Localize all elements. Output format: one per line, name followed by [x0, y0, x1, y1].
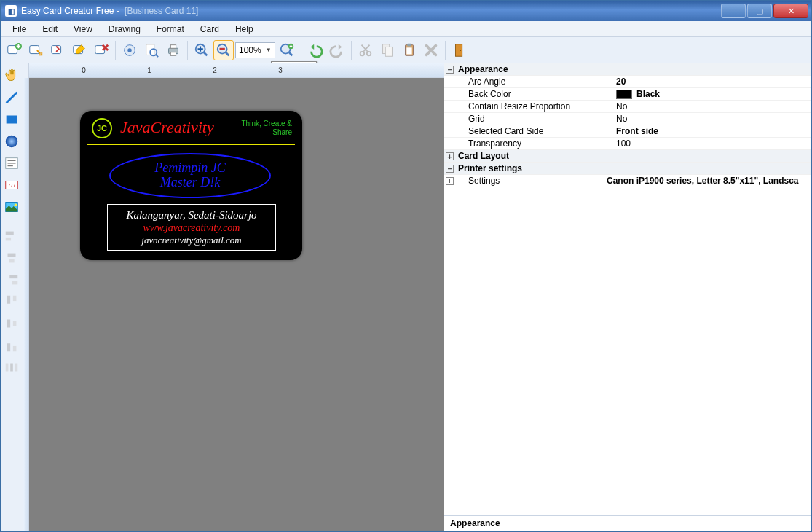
canvas-wrap: 0 1 2 3 JC JavaCreativity Think, Create …: [23, 63, 444, 531]
svg-rect-23: [406, 47, 411, 54]
prop-settings[interactable]: + Settings Canon iP1900 series, Letter 8…: [444, 175, 811, 187]
canvas-viewport[interactable]: JC JavaCreativity Think, Create & Share …: [29, 78, 444, 531]
prop-grid[interactable]: Grid No: [444, 113, 811, 125]
prop-contain-resize[interactable]: Contain Resize Proportion No: [444, 101, 811, 113]
menubar: File Edit View Drawing Format Card Help: [1, 21, 811, 37]
svg-point-25: [460, 50, 461, 51]
dropdown-caret-icon: ▼: [266, 47, 272, 53]
copy-button[interactable]: [377, 40, 398, 60]
titlebar[interactable]: ◧ Easy Card Creator Free - [Business Car…: [1, 1, 811, 21]
menu-format[interactable]: Format: [149, 22, 192, 36]
remove-button[interactable]: [421, 40, 441, 60]
gear-icon: [122, 42, 138, 58]
prop-transparency[interactable]: Transparency 100: [444, 138, 811, 150]
settings-button[interactable]: [119, 40, 140, 60]
zoom-fit-icon: [279, 42, 295, 58]
barcode-icon: 777: [4, 177, 20, 193]
edit-icon: [71, 42, 87, 58]
app-icon: ◧: [5, 5, 17, 17]
delete-icon: [93, 42, 109, 58]
align-bottom-tool: [1, 336, 23, 355]
text-tool[interactable]: [1, 154, 23, 173]
window-controls: — ▢ ✕: [721, 4, 811, 18]
zoom-out-button[interactable]: [213, 40, 234, 60]
printer-icon: [165, 42, 181, 58]
preview-button[interactable]: [141, 40, 162, 60]
align-left-icon: [4, 228, 20, 244]
menu-edit[interactable]: Edit: [35, 22, 65, 36]
svg-text:777: 777: [8, 183, 16, 188]
redo-button[interactable]: [327, 40, 347, 60]
image-tool[interactable]: [1, 197, 23, 216]
zoom-in-button[interactable]: [192, 40, 212, 60]
prop-card-layout-header[interactable]: + Card Layout: [444, 150, 811, 163]
document-name: [Business Card 11]: [125, 6, 198, 16]
print-button[interactable]: [163, 40, 184, 60]
open-card-button[interactable]: [25, 40, 46, 60]
align-top-tool: [1, 292, 23, 311]
card-email: javacreativity@gmail.com: [141, 235, 241, 246]
property-panel: − Appearance Arc Angle 20 Back Color Bla…: [444, 63, 811, 531]
svg-rect-46: [10, 364, 13, 372]
select-tool[interactable]: [1, 66, 23, 85]
delete-card-button[interactable]: [91, 40, 111, 60]
close-button[interactable]: ✕: [773, 4, 808, 18]
menu-card[interactable]: Card: [193, 22, 226, 36]
cut-button[interactable]: [355, 40, 376, 60]
minimize-button[interactable]: —: [721, 4, 746, 18]
save-card-button[interactable]: [47, 40, 68, 60]
door-icon: [452, 42, 468, 58]
svg-rect-38: [12, 281, 17, 285]
zoom-combo[interactable]: 100% ▼: [235, 42, 275, 58]
image-icon: [4, 199, 20, 215]
magnifier-page-icon: [143, 42, 159, 58]
align-bottom-icon: [4, 337, 20, 353]
color-swatch: [616, 90, 632, 99]
prop-appearance-header[interactable]: − Appearance: [444, 63, 811, 76]
zoom-fit-button[interactable]: [277, 40, 297, 60]
scissors-icon: [358, 42, 374, 58]
expand-icon[interactable]: +: [446, 152, 454, 160]
card-divider: [87, 144, 295, 145]
new-card-button[interactable]: [4, 40, 24, 60]
menu-drawing[interactable]: Drawing: [101, 22, 148, 36]
menu-view[interactable]: View: [66, 22, 100, 36]
expand-icon[interactable]: +: [446, 177, 454, 185]
maximize-button[interactable]: ▢: [747, 4, 772, 18]
prop-back-color[interactable]: Back Color Black: [444, 88, 811, 101]
main-toolbar: 100% ▼ Zoom Out: [1, 37, 811, 63]
exit-button[interactable]: [449, 40, 470, 60]
ruler-strip[interactable]: 0 1 2 3: [29, 63, 444, 78]
menu-help[interactable]: Help: [228, 22, 261, 36]
ruler-horizontal: 0 1 2 3: [23, 63, 444, 78]
prop-printer-header[interactable]: − Printer settings: [444, 163, 811, 175]
prop-arc-angle[interactable]: Arc Angle 20: [444, 76, 811, 88]
zoom-value: 100%: [239, 45, 261, 55]
align-center-icon: [4, 250, 20, 266]
svg-point-27: [6, 136, 18, 148]
hand-icon: [4, 68, 20, 84]
rect-tool[interactable]: [1, 110, 23, 129]
align-right-tool: [1, 270, 23, 289]
svg-rect-24: [455, 44, 462, 56]
undo-button[interactable]: [305, 40, 326, 60]
save-icon: [50, 42, 66, 58]
svg-rect-26: [7, 116, 17, 124]
menu-file[interactable]: File: [5, 22, 33, 36]
svg-rect-12: [170, 52, 176, 55]
collapse-icon[interactable]: −: [446, 165, 454, 173]
paste-button[interactable]: [399, 40, 419, 60]
ellipse-tool[interactable]: [1, 132, 23, 151]
collapse-icon[interactable]: −: [446, 66, 454, 74]
app-title: Easy Card Creator Free: [21, 6, 114, 16]
prop-selected-side[interactable]: Selected Card Side Front side: [444, 125, 811, 138]
barcode-tool[interactable]: 777: [1, 176, 23, 195]
edit-card-button[interactable]: [69, 40, 90, 60]
new-card-icon: [6, 42, 22, 58]
rectangle-icon: [4, 112, 20, 128]
property-rows[interactable]: − Appearance Arc Angle 20 Back Color Bla…: [444, 63, 811, 515]
svg-rect-45: [6, 364, 9, 372]
business-card[interactable]: JC JavaCreativity Think, Create & Share …: [80, 111, 302, 260]
line-tool[interactable]: [1, 88, 23, 107]
ruler-vertical[interactable]: [23, 78, 29, 531]
